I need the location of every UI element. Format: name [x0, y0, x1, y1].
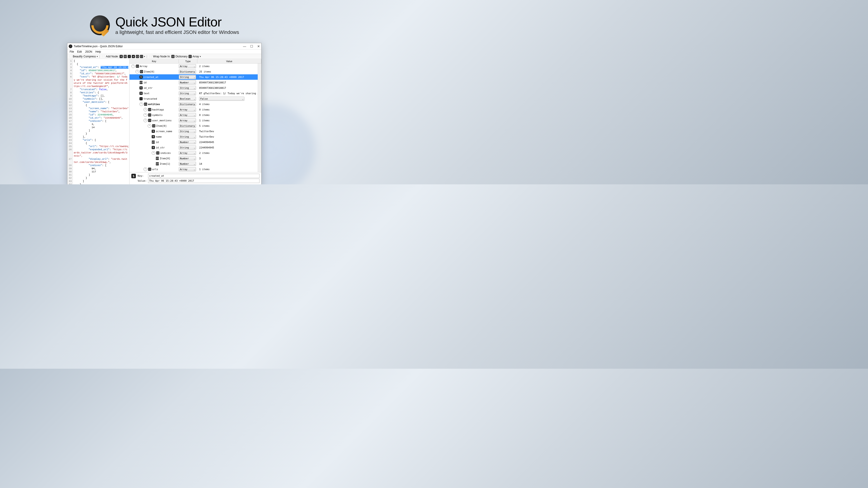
tree-row[interactable]: Sid_strString2244994945	[129, 145, 261, 150]
scrollbar[interactable]	[258, 64, 261, 172]
tree-row[interactable]: ⌃{}entitiesDictionary4 items	[129, 101, 261, 107]
column-key[interactable]: Key	[129, 59, 179, 63]
window-title: TwitterTimeline.json - Quick JSON Editor	[74, 45, 243, 48]
wrap-dict-icon[interactable]: {}	[171, 55, 175, 58]
type-badge-icon: {}	[152, 124, 155, 127]
menu-json[interactable]: JSON	[84, 50, 94, 54]
collapse-icon[interactable]: ⌃	[135, 70, 139, 73]
type-dropdown[interactable]: Dictionary	[179, 124, 196, 128]
type-dropdown[interactable]: Boolean	[179, 97, 196, 101]
tree-key-label: urls	[152, 168, 158, 171]
add-number-button[interactable]: 12	[124, 55, 127, 58]
collapse-icon[interactable]: ⌃	[148, 124, 151, 128]
type-dropdown[interactable]: String	[179, 129, 196, 133]
add-node-dropdown-icon[interactable]: ▾	[144, 55, 145, 58]
tree-body[interactable]: ⌃[]ArrayArray2 items⌃{}Item[0]Dictionary…	[129, 64, 261, 172]
code-content[interactable]: [ { "created_at": "Thu Apr 06 15:28:43 +…	[73, 59, 129, 184]
add-null-button[interactable]: ∅	[132, 55, 135, 58]
tree-value: 2 items	[197, 152, 261, 155]
tree-row[interactable]: Sid_strString850007368138018817	[129, 85, 261, 91]
wrap-dropdown-icon[interactable]: ▾	[200, 55, 201, 58]
tree-key-label: indices	[160, 152, 170, 155]
tree-key-label: truncated	[144, 97, 157, 100]
tree-row[interactable]: ⌃{}Item[0]Dictionary5 items	[129, 123, 261, 129]
add-boolean-button[interactable]: ✓	[128, 55, 131, 58]
wrap-arr-icon[interactable]: []	[188, 55, 192, 58]
tree-value: RT @TwitterDev: 1/ Today we're sharing o…	[197, 92, 261, 95]
tree-row[interactable]: 123Item[1]Number14	[129, 161, 261, 166]
collapse-icon[interactable]: ⌃	[152, 151, 155, 155]
tree-row[interactable]: SnameStringTwitterDev	[129, 134, 261, 139]
tree-row[interactable]: ⌃[]hashtagsArray0 items	[129, 107, 261, 112]
compress-button[interactable]: Compress	[84, 55, 96, 58]
type-dropdown[interactable]: Array	[179, 119, 196, 123]
collapse-icon[interactable]: ⌃	[140, 102, 143, 106]
collapse-icon[interactable]: ⌃	[144, 167, 147, 171]
type-dropdown[interactable]: Array	[179, 151, 196, 155]
titlebar[interactable]: TwitterTimeline.json - Quick JSON Editor…	[67, 43, 261, 50]
type-dropdown[interactable]: Array	[179, 107, 196, 111]
tree-key-label: created_at	[144, 76, 158, 78]
type-dropdown[interactable]: String	[179, 91, 196, 95]
add-string-button[interactable]: S	[120, 55, 123, 58]
menu-edit[interactable]: Edit	[76, 50, 83, 54]
type-dropdown[interactable]: Number	[179, 80, 196, 85]
hero-subtitle: a lightweight, fast and efficient JSON e…	[115, 29, 239, 35]
tree-row[interactable]: ⌃[]indicesArray2 items	[129, 150, 261, 156]
type-dropdown[interactable]: Dictionary	[179, 70, 196, 74]
collapse-icon[interactable]: ⌃	[144, 119, 147, 122]
menu-help[interactable]: Help	[94, 50, 102, 54]
maximize-button[interactable]: ☐	[250, 44, 253, 48]
tree-value: 4 items	[197, 103, 261, 106]
type-dropdown[interactable]: String	[179, 145, 196, 150]
add-array-button[interactable]: []	[140, 55, 143, 58]
tree-row[interactable]: 123idNumber850007368138018817	[129, 80, 261, 85]
type-badge-icon: S	[140, 75, 143, 78]
wrap-array-button[interactable]: Array	[193, 55, 199, 58]
detail-type-badge: S	[131, 174, 136, 178]
type-dropdown[interactable]: Dictionary	[179, 102, 196, 106]
value-dropdown[interactable]: False	[199, 97, 244, 101]
type-dropdown[interactable]: String	[179, 86, 196, 90]
add-dictionary-button[interactable]: {}	[136, 55, 139, 58]
tree-row[interactable]: ⌃{}Item[0]Dictionary25 items	[129, 69, 261, 74]
menu-file[interactable]: File	[68, 50, 75, 54]
tree-row[interactable]: ✓truncatedBooleanFalse	[129, 96, 261, 101]
tree-row[interactable]: ⌃[]urlsArray1 items	[129, 166, 261, 172]
detail-key-input[interactable]	[148, 174, 259, 178]
minimize-button[interactable]: —	[243, 44, 246, 48]
tree-row[interactable]: ⌃[]symbolsArray0 items	[129, 112, 261, 118]
collapse-icon[interactable]: ⌃	[131, 64, 135, 68]
tree-row[interactable]: StextStringRT @TwitterDev: 1/ Today we'r…	[129, 91, 261, 96]
type-badge-icon: 123	[156, 157, 159, 160]
type-dropdown[interactable]: String	[179, 75, 196, 79]
type-dropdown[interactable]: Number	[179, 140, 196, 144]
tree-row[interactable]: 123idNumber2244994945	[129, 139, 261, 145]
compress-dropdown-icon[interactable]: ▾	[97, 55, 98, 58]
tree-key-label: screen_name	[156, 130, 172, 133]
collapse-icon[interactable]: ⌃	[144, 113, 147, 117]
code-editor-pane[interactable]: 123456 789101112131415161718192021222324…	[67, 59, 129, 184]
type-dropdown[interactable]: Number	[179, 156, 196, 160]
detail-pane: S Key: Value:	[129, 172, 261, 184]
type-dropdown[interactable]: Array	[179, 167, 196, 171]
wrap-dict-button[interactable]: Dictionary	[176, 55, 187, 58]
collapse-icon[interactable]: ⌃	[144, 108, 147, 111]
tree-row[interactable]: ⌃[]ArrayArray2 items	[129, 64, 261, 69]
column-type[interactable]: Type	[179, 59, 197, 63]
tree-row[interactable]: Screated_atStringThu Apr 06 15:28:43 +00…	[129, 74, 261, 80]
tree-value: 5 items	[197, 125, 261, 127]
column-value[interactable]: Value	[197, 59, 261, 63]
tree-row[interactable]: 123Item[0]Number3	[129, 156, 261, 161]
tree-row[interactable]: Sscreen_nameStringTwitterDev	[129, 129, 261, 134]
type-dropdown[interactable]: Array	[179, 113, 196, 117]
tree-row[interactable]: ⌃[]user_mentionsArray1 items	[129, 118, 261, 123]
close-button[interactable]: ✕	[257, 44, 260, 48]
type-dropdown[interactable]: Number	[179, 162, 196, 166]
type-dropdown[interactable]: String	[179, 135, 196, 139]
detail-value-input[interactable]	[148, 179, 259, 183]
type-dropdown[interactable]: Array	[179, 64, 196, 68]
beautify-button[interactable]: Beautify	[73, 55, 83, 58]
type-badge-icon: S	[140, 92, 143, 95]
tree-value: 2244994945	[197, 141, 261, 144]
